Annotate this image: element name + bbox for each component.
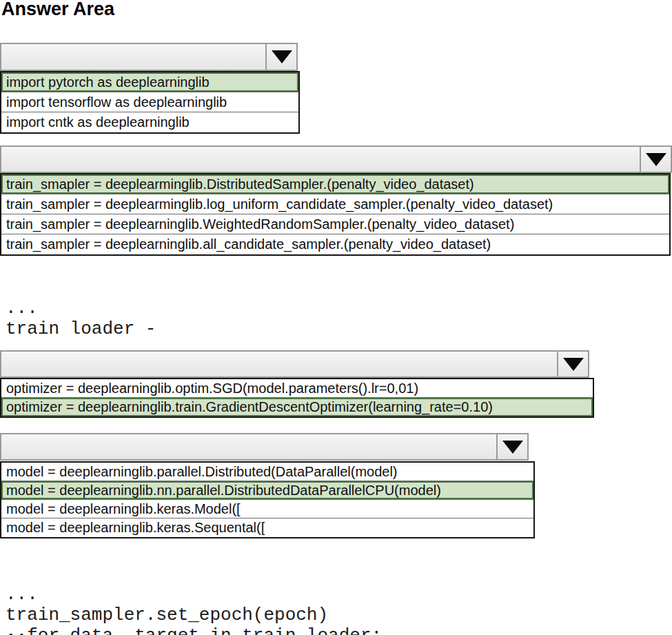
dropdown-option[interactable]: model = deeplearninglib.keras.Sequental(… — [1, 518, 533, 537]
dropdown-option[interactable]: model = deeplearninglib.parallel.Distrib… — [1, 463, 533, 481]
dropdown-optimizer-select[interactable] — [0, 350, 589, 378]
dropdown-train-sampler-arrow-button[interactable] — [640, 147, 671, 172]
dropdown-model-options: model = deeplearninglib.parallel.Distrib… — [0, 461, 535, 538]
dropdown-optimizer-arrow-button[interactable] — [557, 352, 588, 376]
dropdown-option-label: model = deeplearninglib.nn.parallel.Dist… — [6, 483, 441, 498]
trailing-ellipsis: .. — [6, 621, 27, 635]
dropdown-import-library-options: import pytorch as deeplearninglibimport … — [0, 71, 300, 134]
dropdown-train-sampler-select[interactable] — [0, 145, 672, 173]
dropdown-option-label: import cntk as deeplearninglib — [6, 114, 190, 130]
dropdown-train-sampler-value — [1, 147, 640, 172]
page-title: Answer Area — [1, 0, 114, 20]
dropdown-option[interactable]: model = deeplearninglib.keras.Model([ — [1, 500, 533, 518]
code-fragment-training-loop: ...train_sampler.set_epoch(epoch) for da… — [6, 543, 618, 635]
dropdown-import-library-value — [1, 44, 265, 70]
dropdown-arrow-icon — [502, 441, 523, 454]
dropdown-option[interactable]: import cntk as deeplearninglib — [1, 112, 298, 132]
dropdown-optimizer-options: optimizer = deeplearninglib.optim.SGD(mo… — [0, 378, 594, 418]
dropdown-option-label: model = deeplearninglib.parallel.Distrib… — [6, 464, 398, 480]
code-line: for data, target in train_loader: — [6, 625, 618, 635]
dropdown-model-arrow-button[interactable] — [496, 434, 527, 459]
dropdown-option-label: optimizer = deeplearninglib.optim.SGD(mo… — [6, 381, 418, 396]
dropdown-arrow-icon — [563, 358, 584, 371]
dropdown-option-label: model = deeplearninglib.keras.Model([ — [6, 501, 241, 517]
dropdown-train-sampler-options: train_smapler = deeplearminglib.Distribu… — [0, 173, 671, 256]
dropdown-option-label: model = deeplearninglib.keras.Sequental(… — [6, 520, 265, 536]
dropdown-arrow-icon — [646, 153, 666, 166]
dropdown-optimizer-value — [1, 352, 557, 376]
dropdown-option[interactable]: train_sampler = deeplearninglib.all_cand… — [1, 234, 669, 254]
dropdown-option[interactable]: import tensorflow as deeplearninglib — [1, 92, 298, 112]
code-line: ... — [6, 298, 425, 319]
dropdown-option[interactable]: model = deeplearninglib.nn.parallel.Dist… — [1, 481, 533, 500]
dropdown-option-label: optimizer = deeplearninglib.train.Gradie… — [6, 399, 493, 415]
dropdown-option[interactable]: train_smapler = deeplearminglib.Distribu… — [1, 174, 669, 194]
dropdown-model-value — [1, 434, 496, 459]
dropdown-model-select[interactable] — [0, 433, 529, 461]
dropdown-option-label: train_sampler = deeplearminglib.log_unif… — [6, 196, 553, 212]
dropdown-option[interactable]: import pytorch as deeplearninglib — [1, 72, 298, 92]
dropdown-option[interactable]: train_sampler = deeplearninglib.Weighted… — [1, 214, 669, 234]
dropdown-option[interactable]: optimizer = deeplearninglib.optim.SGD(mo… — [1, 379, 593, 398]
dropdown-option-label: train_smapler = deeplearminglib.Distribu… — [6, 177, 474, 192]
dropdown-arrow-icon — [272, 50, 292, 63]
dropdown-option-label: train_sampler = deeplearninglib.Weighted… — [6, 216, 514, 232]
code-line: ... — [6, 584, 618, 605]
dropdown-option[interactable]: optimizer = deeplearninglib.train.Gradie… — [1, 398, 593, 416]
dropdown-option-label: import tensorflow as deeplearninglib — [6, 94, 227, 110]
dropdown-option[interactable]: train_sampler = deeplearminglib.log_unif… — [1, 194, 669, 214]
dropdown-option-label: train_sampler = deeplearninglib.all_cand… — [6, 236, 491, 252]
dropdown-import-library-arrow-button[interactable] — [265, 44, 296, 70]
dropdown-import-library-select[interactable] — [0, 43, 298, 71]
code-line: train_sampler.set_epoch(epoch) — [6, 605, 618, 625]
dropdown-option-label: import pytorch as deeplearninglib — [6, 74, 210, 90]
code-line: train loader - — [6, 319, 425, 339]
